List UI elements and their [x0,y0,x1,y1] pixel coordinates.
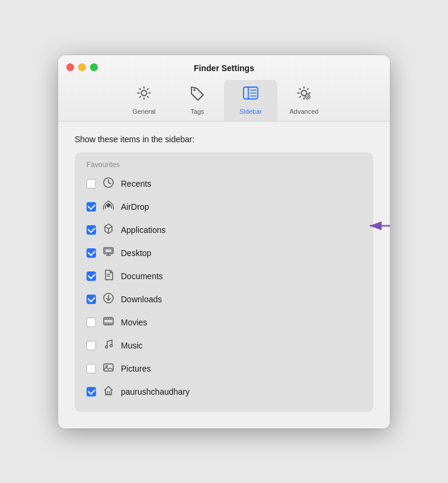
finder-settings-window: Finder Settings [58,55,390,428]
svg-rect-53 [107,392,110,395]
general-icon [136,85,152,105]
svg-line-23 [299,96,301,98]
checkbox-movies[interactable] [87,318,96,327]
airdrop-icon [102,200,115,215]
recents-icon [102,177,115,191]
list-item-downloads: Downloads [84,288,364,311]
item-label-airdrop: AirDrop [121,202,149,212]
item-label-home: paurushchaudhary [121,387,190,396]
movies-icon [102,315,115,330]
checkbox-music[interactable] [87,341,96,350]
item-label-recents: Recents [121,179,151,188]
tags-icon [189,85,206,105]
documents-icon [102,269,115,284]
list-item-documents: Documents [84,265,364,288]
item-label-music: Music [121,341,143,350]
checkbox-recents[interactable] [87,179,96,188]
svg-point-49 [105,346,108,348]
maximize-button[interactable] [90,63,98,71]
home-icon [102,385,115,399]
item-label-applications: Applications [121,225,166,235]
svg-line-5 [139,88,141,90]
list-item-pictures: Pictures [84,357,364,380]
svg-point-50 [110,344,113,347]
sidebar-items-list: Favourites Recents [75,152,373,412]
checkbox-documents[interactable] [87,271,96,281]
svg-point-9 [193,89,196,91]
item-label-pictures: Pictures [121,364,151,373]
tab-sidebar[interactable]: Sidebar [224,80,277,121]
advanced-icon [296,85,312,105]
tab-sidebar-label: Sidebar [239,108,262,115]
section-title: Show these items in the sidebar: [75,135,373,144]
checkbox-applications[interactable] [87,225,96,235]
svg-line-8 [139,96,141,98]
checkbox-airdrop[interactable] [87,202,96,212]
svg-point-24 [305,94,310,99]
tab-bar: General Tags [68,80,380,121]
tab-advanced-label: Advanced [290,108,319,115]
applications-icon [102,223,115,238]
title-bar: Finder Settings [58,55,390,121]
svg-line-20 [299,88,301,90]
pictures-icon [102,362,115,376]
list-item-music: Music [84,334,364,357]
tab-general-label: General [132,108,155,115]
tab-tags[interactable]: Tags [171,80,224,121]
tab-advanced[interactable]: Advanced [277,80,331,121]
checkbox-home[interactable] [87,387,96,396]
svg-line-29 [108,226,112,229]
checkbox-pictures[interactable] [87,364,96,373]
minimize-button[interactable] [78,63,86,71]
close-button[interactable] [66,63,74,71]
list-item-desktop: Desktop [84,242,364,265]
main-content: Show these items in the sidebar: Favouri… [58,121,390,428]
svg-point-0 [142,90,147,95]
list-item-recents: Recents [84,172,364,196]
tab-tags-label: Tags [190,108,204,115]
svg-point-52 [106,365,108,367]
svg-line-28 [105,226,108,229]
music-icon [102,338,115,353]
list-item-airdrop: AirDrop [84,196,364,219]
downloads-icon [102,292,115,307]
item-label-desktop: Desktop [121,248,151,258]
item-label-movies: Movies [121,318,147,327]
svg-line-22 [307,88,309,90]
checkbox-desktop[interactable] [87,248,96,258]
svg-rect-51 [104,364,113,371]
group-label: Favourites [84,161,364,169]
desktop-icon [102,246,115,261]
checkbox-downloads[interactable] [87,295,96,304]
sidebar-icon [242,85,259,105]
svg-line-7 [147,88,149,90]
applications-arrow [364,214,390,238]
item-label-downloads: Downloads [121,295,162,304]
svg-rect-35 [105,249,112,252]
item-label-documents: Documents [121,271,163,281]
window-controls [66,63,98,71]
list-item-applications: Applications [84,219,364,242]
svg-line-6 [147,96,149,98]
tab-general[interactable]: General [117,80,171,121]
window-title: Finder Settings [68,63,380,73]
list-item-movies: Movies [84,311,364,334]
list-item-home: paurushchaudhary [84,380,364,404]
